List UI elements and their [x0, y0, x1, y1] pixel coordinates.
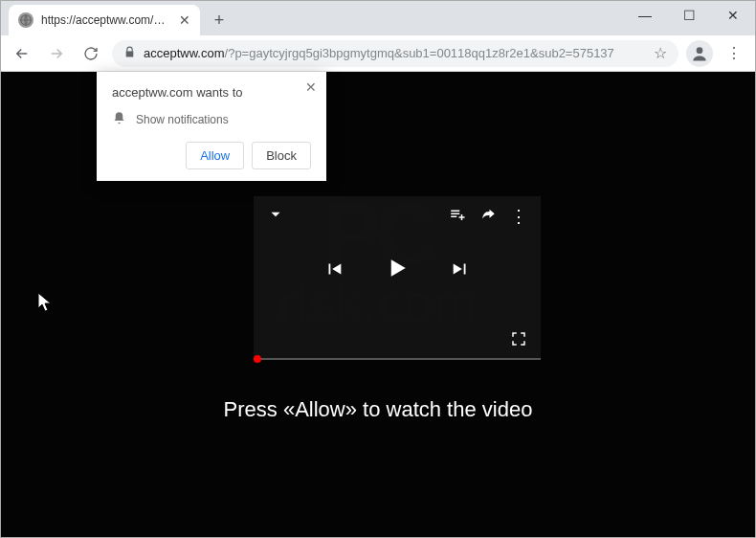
player-mid-controls: [254, 254, 541, 289]
bell-icon: [112, 111, 126, 128]
browser-toolbar: acceptww.com/?p=gaytcyjrgq5gi3bpgmytgmq&…: [1, 35, 755, 72]
forward-button[interactable]: [43, 40, 70, 67]
playlist-add-icon[interactable]: [449, 206, 466, 227]
maximize-button[interactable]: ☐: [667, 1, 711, 30]
tab-title: https://acceptww.com/?p=gaytc: [41, 13, 171, 27]
popup-permission-row: Show notifications: [112, 111, 311, 128]
next-track-icon[interactable]: [450, 258, 471, 284]
new-tab-button[interactable]: +: [206, 7, 233, 34]
globe-icon: [18, 12, 33, 28]
reload-button[interactable]: [78, 40, 104, 67]
chevron-down-icon[interactable]: [267, 206, 284, 227]
bookmark-star-icon[interactable]: ☆: [654, 44, 667, 62]
video-player-overlay: ⋮: [254, 196, 541, 359]
profile-avatar[interactable]: [686, 40, 713, 67]
video-progress-bar[interactable]: [254, 358, 541, 360]
more-icon[interactable]: ⋮: [510, 206, 527, 227]
popup-buttons: Allow Block: [112, 142, 311, 169]
browser-titlebar: https://acceptww.com/?p=gaytc ✕ + — ☐ ✕: [1, 1, 755, 35]
browser-menu-button[interactable]: ⋮: [721, 40, 747, 67]
svg-point-1: [697, 47, 703, 54]
play-icon[interactable]: [383, 254, 411, 289]
address-bar[interactable]: acceptww.com/?p=gaytcyjrgq5gi3bpgmytgmq&…: [112, 40, 678, 67]
fullscreen-icon[interactable]: [510, 330, 527, 351]
allow-button[interactable]: Allow: [186, 142, 244, 169]
back-button[interactable]: [9, 40, 35, 67]
url-text: acceptww.com/?p=gaytcyjrgq5gi3bpgmytgmq&…: [144, 46, 646, 60]
popup-title: acceptww.com wants to: [112, 85, 311, 100]
progress-thumb[interactable]: [254, 355, 261, 363]
lock-icon: [123, 45, 136, 62]
previous-track-icon[interactable]: [323, 258, 345, 284]
minimize-button[interactable]: —: [623, 1, 667, 30]
instruction-text: Press «Allow» to watch the video: [1, 397, 755, 422]
page-content: PC risk.com ✕ acceptww.com wants to Show…: [1, 72, 755, 538]
block-button[interactable]: Block: [252, 142, 311, 169]
popup-close-icon[interactable]: ✕: [305, 79, 317, 95]
cursor-icon: [37, 292, 53, 317]
window-controls: — ☐ ✕: [623, 1, 755, 30]
window-close-button[interactable]: ✕: [711, 1, 755, 30]
notification-permission-popup: ✕ acceptww.com wants to Show notificatio…: [97, 72, 326, 181]
tab-close-icon[interactable]: ✕: [179, 12, 190, 28]
share-icon[interactable]: [479, 206, 497, 227]
player-top-controls: ⋮: [254, 196, 541, 236]
browser-tab[interactable]: https://acceptww.com/?p=gaytc ✕: [9, 5, 200, 35]
permission-label: Show notifications: [136, 113, 229, 126]
